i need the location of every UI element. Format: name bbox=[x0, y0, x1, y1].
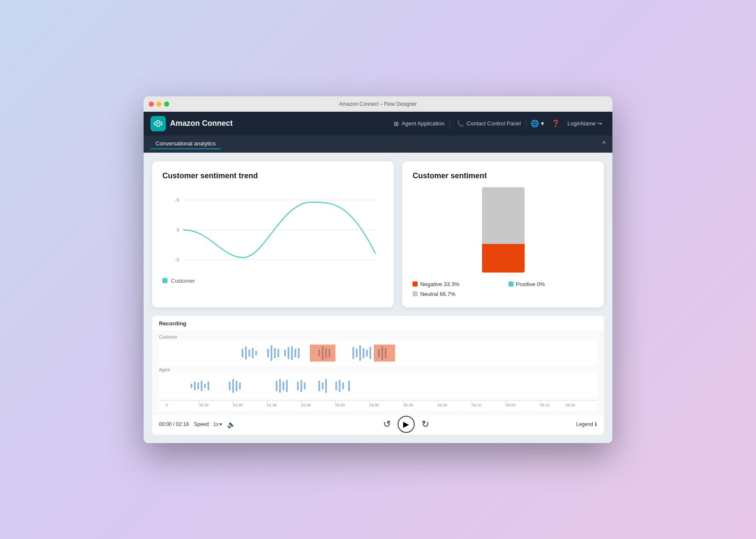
svg-text:-5: -5 bbox=[175, 197, 179, 203]
svg-rect-29 bbox=[363, 348, 364, 358]
help-button[interactable]: ❓ bbox=[549, 117, 563, 130]
fast-forward-button[interactable]: ↻ bbox=[421, 419, 429, 430]
title-bar: Amazon Connect – Flow Designer bbox=[144, 96, 612, 112]
rewind-button[interactable]: ↺ bbox=[383, 419, 391, 430]
minimize-button[interactable] bbox=[156, 101, 162, 107]
agent-waveform-label: Agent bbox=[159, 368, 597, 372]
neutral-legend-item: Neutral 66.7% bbox=[413, 291, 498, 297]
svg-text:06:00: 06:00 bbox=[438, 403, 447, 407]
stacked-bar-chart bbox=[413, 187, 594, 272]
svg-rect-60 bbox=[342, 383, 344, 389]
svg-rect-11 bbox=[252, 348, 254, 358]
positive-legend-label: Positive 0% bbox=[516, 281, 545, 287]
svg-rect-35 bbox=[310, 345, 335, 362]
user-menu[interactable]: LoginName ↪ bbox=[564, 118, 606, 129]
recording-section: Recording Customer bbox=[152, 316, 604, 435]
agent-application-label: Agent Application bbox=[401, 120, 444, 127]
waveform-area: Customer bbox=[152, 331, 604, 414]
maximize-button[interactable] bbox=[164, 101, 169, 107]
brand: Amazon Connect bbox=[150, 116, 233, 131]
svg-text:01:30: 01:30 bbox=[267, 403, 277, 407]
brand-icon bbox=[150, 116, 166, 131]
agent-application-nav[interactable]: ⊞ Agent Application bbox=[389, 118, 450, 130]
svg-rect-38 bbox=[190, 384, 192, 388]
svg-rect-59 bbox=[339, 380, 340, 392]
recording-header: Recording bbox=[152, 316, 604, 331]
speed-control[interactable]: Speed: 1x ▾ bbox=[194, 421, 222, 427]
svg-rect-56 bbox=[322, 383, 323, 389]
contact-control-panel-nav[interactable]: 📞 Contact Control Panel bbox=[452, 118, 526, 130]
customer-waveform bbox=[159, 340, 597, 366]
conversational-analytics-tab[interactable]: Conversational analytics bbox=[150, 139, 221, 149]
neutral-legend-square bbox=[413, 291, 418, 296]
playback-time: 00:00 / 02:18 bbox=[159, 421, 189, 427]
play-controls: ↺ ▶ ↻ bbox=[383, 416, 429, 433]
svg-rect-13 bbox=[267, 349, 269, 357]
svg-rect-57 bbox=[325, 379, 327, 393]
svg-rect-39 bbox=[194, 382, 196, 390]
svg-rect-26 bbox=[352, 347, 354, 359]
contact-control-label: Contact Control Panel bbox=[467, 120, 521, 127]
negative-legend-item: Negative 33.3% bbox=[413, 281, 498, 287]
svg-rect-12 bbox=[255, 351, 257, 355]
customer-waveform-row: Customer bbox=[159, 335, 597, 366]
svg-rect-51 bbox=[286, 380, 288, 392]
collapse-chevron[interactable]: ^ bbox=[602, 140, 606, 148]
svg-text:04:00: 04:00 bbox=[369, 403, 379, 407]
customer-sentiment-title: Customer sentiment bbox=[413, 171, 594, 180]
customer-waveform-svg bbox=[159, 340, 597, 366]
legend-label: Legend bbox=[576, 421, 593, 427]
svg-rect-28 bbox=[359, 345, 361, 361]
subbar: Conversational analytics ^ bbox=[144, 136, 612, 153]
svg-rect-52 bbox=[297, 382, 299, 390]
svg-text:05:30: 05:30 bbox=[404, 403, 413, 407]
volume-icon[interactable]: 🔈 bbox=[227, 420, 236, 429]
language-button[interactable]: 🌐 ▾ bbox=[528, 117, 547, 130]
svg-text:02:50: 02:50 bbox=[335, 403, 345, 407]
sentiment-trend-chart: -5 0 -5 Customer bbox=[162, 187, 384, 281]
sentiment-trend-title: Customer sentiment trend bbox=[162, 171, 384, 180]
svg-rect-30 bbox=[366, 350, 368, 356]
timeline-svg: 0 00:30 01:00 01:30 02:00 02:50 04:00 05… bbox=[161, 400, 595, 411]
svg-rect-43 bbox=[208, 382, 209, 390]
svg-rect-10 bbox=[248, 350, 250, 356]
svg-rect-21 bbox=[298, 348, 300, 358]
svg-rect-9 bbox=[245, 347, 247, 359]
neutral-bar bbox=[482, 187, 525, 244]
svg-text:-5: -5 bbox=[175, 257, 179, 262]
svg-rect-46 bbox=[236, 381, 237, 391]
agent-waveform bbox=[159, 373, 597, 399]
svg-rect-42 bbox=[204, 384, 206, 388]
svg-rect-19 bbox=[291, 346, 293, 360]
contact-control-icon: 📞 bbox=[457, 120, 464, 127]
agent-waveform-row: Agent bbox=[159, 368, 597, 399]
neutral-legend-label: Neutral 66.7% bbox=[420, 291, 455, 297]
speed-label: Speed: bbox=[194, 421, 210, 427]
play-button[interactable]: ▶ bbox=[398, 416, 415, 433]
legend-button[interactable]: Legend ℹ bbox=[576, 421, 597, 427]
username-label: LoginName bbox=[568, 120, 596, 127]
negative-bar bbox=[482, 244, 525, 272]
agent-waveform-svg bbox=[159, 373, 597, 399]
negative-legend-square bbox=[413, 281, 418, 287]
svg-rect-41 bbox=[201, 381, 202, 391]
svg-text:04:10: 04:10 bbox=[472, 403, 482, 407]
svg-text:01:00: 01:00 bbox=[233, 403, 243, 407]
svg-rect-40 bbox=[197, 383, 199, 389]
svg-point-0 bbox=[156, 120, 159, 123]
svg-text:02:00: 02:00 bbox=[301, 403, 311, 407]
svg-rect-45 bbox=[232, 379, 234, 393]
svg-rect-50 bbox=[283, 382, 284, 390]
chart-legend: Customer bbox=[162, 278, 384, 284]
brand-name: Amazon Connect bbox=[170, 119, 233, 128]
top-nav: Amazon Connect ⊞ Agent Application 📞 Con… bbox=[144, 112, 612, 136]
close-button[interactable] bbox=[149, 101, 154, 107]
main-content: Customer sentiment trend -5 0 -5 bbox=[144, 153, 612, 443]
svg-rect-49 bbox=[279, 379, 281, 393]
app-window: Amazon Connect – Flow Designer Amazon Co… bbox=[144, 96, 612, 443]
svg-rect-58 bbox=[335, 382, 337, 390]
svg-rect-27 bbox=[356, 349, 358, 357]
svg-text:05:10: 05:10 bbox=[540, 403, 550, 407]
svg-rect-55 bbox=[318, 381, 320, 391]
customer-waveform-label: Customer bbox=[159, 335, 597, 339]
